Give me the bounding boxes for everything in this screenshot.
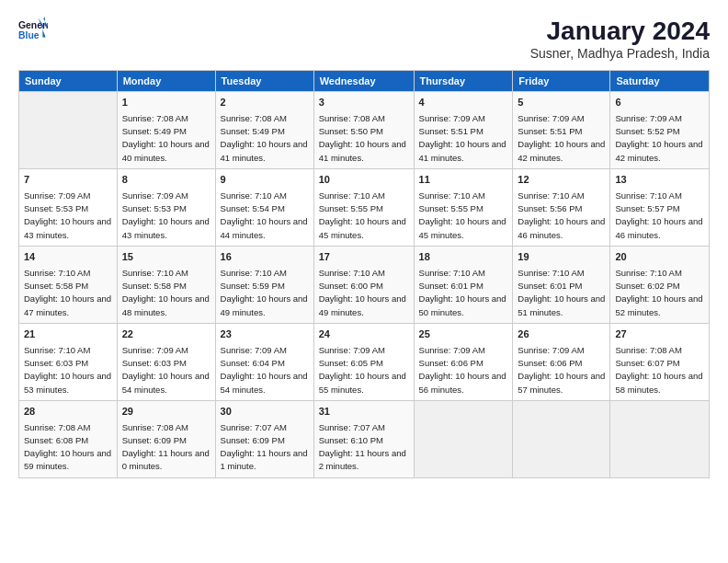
day-info: Sunrise: 7:09 AM Sunset: 6:05 PM Dayligh… bbox=[319, 344, 409, 396]
day-info: Sunrise: 7:08 AM Sunset: 5:49 PM Dayligh… bbox=[122, 112, 210, 165]
day-number: 22 bbox=[122, 327, 210, 342]
header-row: Sunday Monday Tuesday Wednesday Thursday… bbox=[19, 71, 710, 92]
col-sunday: Sunday bbox=[19, 71, 118, 92]
day-info: Sunrise: 7:09 AM Sunset: 5:51 PM Dayligh… bbox=[419, 112, 508, 165]
day-info: Sunrise: 7:09 AM Sunset: 5:52 PM Dayligh… bbox=[615, 112, 704, 165]
day-info: Sunrise: 7:09 AM Sunset: 5:51 PM Dayligh… bbox=[518, 112, 605, 165]
day-number: 10 bbox=[319, 173, 409, 188]
day-cell: 13Sunrise: 7:10 AM Sunset: 5:57 PM Dayli… bbox=[610, 168, 710, 246]
col-monday: Monday bbox=[117, 71, 215, 92]
day-info: Sunrise: 7:10 AM Sunset: 5:57 PM Dayligh… bbox=[615, 190, 704, 242]
page: General Blue January 2024 Susner, Madhya… bbox=[0, 0, 728, 563]
day-cell: 21Sunrise: 7:10 AM Sunset: 6:03 PM Dayli… bbox=[19, 323, 118, 400]
day-cell bbox=[610, 400, 710, 477]
day-cell: 26Sunrise: 7:09 AM Sunset: 6:06 PM Dayli… bbox=[513, 323, 610, 400]
day-cell: 29Sunrise: 7:08 AM Sunset: 6:09 PM Dayli… bbox=[117, 400, 215, 477]
day-number: 7 bbox=[24, 173, 112, 188]
day-cell: 23Sunrise: 7:09 AM Sunset: 6:04 PM Dayli… bbox=[215, 323, 313, 400]
day-cell: 19Sunrise: 7:10 AM Sunset: 6:01 PM Dayli… bbox=[513, 246, 610, 323]
title-block: January 2024 Susner, Madhya Pradesh, Ind… bbox=[530, 17, 710, 61]
day-number: 5 bbox=[518, 96, 605, 110]
day-info: Sunrise: 7:10 AM Sunset: 6:01 PM Dayligh… bbox=[518, 267, 605, 319]
day-info: Sunrise: 7:08 AM Sunset: 6:07 PM Dayligh… bbox=[615, 344, 704, 396]
day-number: 19 bbox=[518, 250, 605, 265]
day-info: Sunrise: 7:08 AM Sunset: 5:50 PM Dayligh… bbox=[319, 112, 409, 165]
col-wednesday: Wednesday bbox=[313, 71, 414, 92]
day-info: Sunrise: 7:09 AM Sunset: 6:06 PM Dayligh… bbox=[518, 344, 605, 396]
day-cell bbox=[414, 400, 513, 477]
subtitle: Susner, Madhya Pradesh, India bbox=[530, 46, 710, 61]
day-cell: 2Sunrise: 7:08 AM Sunset: 5:49 PM Daylig… bbox=[215, 92, 313, 169]
day-cell: 3Sunrise: 7:08 AM Sunset: 5:50 PM Daylig… bbox=[313, 92, 414, 169]
week-row-4: 21Sunrise: 7:10 AM Sunset: 6:03 PM Dayli… bbox=[19, 323, 710, 400]
svg-text:Blue: Blue bbox=[18, 30, 40, 40]
day-info: Sunrise: 7:10 AM Sunset: 6:01 PM Dayligh… bbox=[419, 267, 508, 319]
col-friday: Friday bbox=[513, 71, 610, 92]
day-info: Sunrise: 7:08 AM Sunset: 5:49 PM Dayligh… bbox=[221, 112, 309, 165]
day-number: 26 bbox=[518, 327, 605, 342]
day-number: 20 bbox=[615, 250, 704, 265]
day-number: 24 bbox=[319, 327, 409, 342]
day-number: 18 bbox=[419, 250, 508, 265]
day-number: 17 bbox=[319, 250, 409, 265]
day-info: Sunrise: 7:10 AM Sunset: 6:03 PM Dayligh… bbox=[24, 344, 112, 396]
week-row-5: 28Sunrise: 7:08 AM Sunset: 6:08 PM Dayli… bbox=[19, 400, 710, 477]
day-number: 16 bbox=[221, 250, 309, 265]
day-cell: 9Sunrise: 7:10 AM Sunset: 5:54 PM Daylig… bbox=[215, 168, 313, 246]
day-cell: 25Sunrise: 7:09 AM Sunset: 6:06 PM Dayli… bbox=[414, 323, 513, 400]
day-number: 6 bbox=[615, 96, 704, 110]
day-info: Sunrise: 7:10 AM Sunset: 5:55 PM Dayligh… bbox=[319, 190, 409, 242]
day-info: Sunrise: 7:07 AM Sunset: 6:10 PM Dayligh… bbox=[319, 421, 409, 474]
day-cell: 11Sunrise: 7:10 AM Sunset: 5:55 PM Dayli… bbox=[414, 168, 513, 246]
day-number: 3 bbox=[319, 96, 409, 110]
day-cell bbox=[513, 400, 610, 477]
day-info: Sunrise: 7:09 AM Sunset: 6:06 PM Dayligh… bbox=[419, 344, 508, 396]
day-info: Sunrise: 7:08 AM Sunset: 6:09 PM Dayligh… bbox=[122, 421, 210, 474]
day-info: Sunrise: 7:10 AM Sunset: 5:59 PM Dayligh… bbox=[221, 267, 309, 319]
day-number: 4 bbox=[419, 96, 508, 110]
day-info: Sunrise: 7:09 AM Sunset: 5:53 PM Dayligh… bbox=[24, 190, 112, 242]
day-info: Sunrise: 7:08 AM Sunset: 6:08 PM Dayligh… bbox=[24, 421, 112, 474]
calendar-table: Sunday Monday Tuesday Wednesday Thursday… bbox=[18, 70, 710, 478]
day-number: 29 bbox=[122, 405, 210, 419]
day-info: Sunrise: 7:10 AM Sunset: 5:55 PM Dayligh… bbox=[419, 190, 508, 242]
day-number: 23 bbox=[221, 327, 309, 342]
day-info: Sunrise: 7:10 AM Sunset: 5:54 PM Dayligh… bbox=[221, 190, 309, 242]
day-cell bbox=[19, 92, 118, 169]
day-number: 8 bbox=[122, 173, 210, 188]
day-info: Sunrise: 7:09 AM Sunset: 5:53 PM Dayligh… bbox=[122, 190, 210, 242]
day-cell: 16Sunrise: 7:10 AM Sunset: 5:59 PM Dayli… bbox=[215, 246, 313, 323]
day-cell: 20Sunrise: 7:10 AM Sunset: 6:02 PM Dayli… bbox=[610, 246, 710, 323]
day-cell: 17Sunrise: 7:10 AM Sunset: 6:00 PM Dayli… bbox=[313, 246, 414, 323]
day-cell: 10Sunrise: 7:10 AM Sunset: 5:55 PM Dayli… bbox=[313, 168, 414, 246]
col-tuesday: Tuesday bbox=[215, 71, 313, 92]
day-cell: 24Sunrise: 7:09 AM Sunset: 6:05 PM Dayli… bbox=[313, 323, 414, 400]
day-info: Sunrise: 7:09 AM Sunset: 6:04 PM Dayligh… bbox=[221, 344, 309, 396]
day-cell: 27Sunrise: 7:08 AM Sunset: 6:07 PM Dayli… bbox=[610, 323, 710, 400]
day-info: Sunrise: 7:10 AM Sunset: 5:58 PM Dayligh… bbox=[24, 267, 112, 319]
day-number: 25 bbox=[419, 327, 508, 342]
day-info: Sunrise: 7:10 AM Sunset: 6:00 PM Dayligh… bbox=[319, 267, 409, 319]
day-cell: 12Sunrise: 7:10 AM Sunset: 5:56 PM Dayli… bbox=[513, 168, 610, 246]
col-thursday: Thursday bbox=[414, 71, 513, 92]
day-info: Sunrise: 7:09 AM Sunset: 6:03 PM Dayligh… bbox=[122, 344, 210, 396]
day-cell: 22Sunrise: 7:09 AM Sunset: 6:03 PM Dayli… bbox=[117, 323, 215, 400]
day-number: 13 bbox=[615, 173, 704, 188]
day-number: 2 bbox=[221, 96, 309, 110]
day-cell: 1Sunrise: 7:08 AM Sunset: 5:49 PM Daylig… bbox=[117, 92, 215, 169]
day-number: 12 bbox=[518, 173, 605, 188]
logo: General Blue bbox=[18, 17, 48, 42]
day-cell: 31Sunrise: 7:07 AM Sunset: 6:10 PM Dayli… bbox=[313, 400, 414, 477]
header: General Blue January 2024 Susner, Madhya… bbox=[18, 17, 710, 61]
day-cell: 30Sunrise: 7:07 AM Sunset: 6:09 PM Dayli… bbox=[215, 400, 313, 477]
day-cell: 4Sunrise: 7:09 AM Sunset: 5:51 PM Daylig… bbox=[414, 92, 513, 169]
day-number: 11 bbox=[419, 173, 508, 188]
day-number: 31 bbox=[319, 405, 409, 419]
day-cell: 15Sunrise: 7:10 AM Sunset: 5:58 PM Dayli… bbox=[117, 246, 215, 323]
week-row-3: 14Sunrise: 7:10 AM Sunset: 5:58 PM Dayli… bbox=[19, 246, 710, 323]
day-cell: 6Sunrise: 7:09 AM Sunset: 5:52 PM Daylig… bbox=[610, 92, 710, 169]
col-saturday: Saturday bbox=[610, 71, 710, 92]
day-cell: 14Sunrise: 7:10 AM Sunset: 5:58 PM Dayli… bbox=[19, 246, 118, 323]
day-number: 1 bbox=[122, 96, 210, 110]
day-number: 28 bbox=[24, 405, 112, 419]
